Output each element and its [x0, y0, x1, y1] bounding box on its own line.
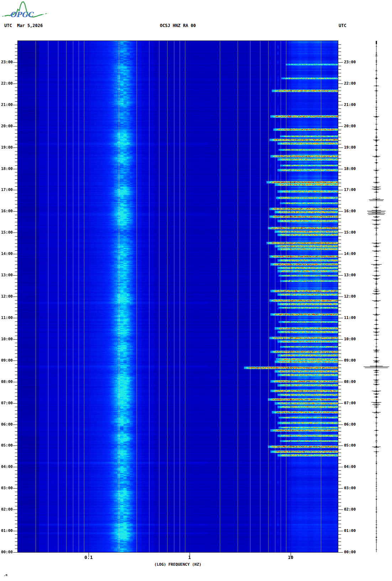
right-minor-tick [338, 229, 341, 229]
right-minor-tick [338, 520, 341, 521]
right-major-tick [338, 190, 343, 190]
left-minor-tick [15, 506, 18, 506]
left-major-tick [13, 339, 18, 340]
right-minor-tick [338, 158, 341, 159]
left-minor-tick [15, 144, 18, 144]
page-title: OCSJ HNZ RA 00 [18, 23, 338, 28]
right-minor-tick [338, 48, 341, 48]
left-minor-tick [15, 261, 18, 261]
left-minor-tick [15, 250, 18, 251]
right-minor-tick [338, 336, 341, 336]
right-minor-tick [338, 265, 341, 265]
right-minor-tick [338, 201, 341, 201]
gridline-minor [119, 41, 119, 552]
left-minor-tick [15, 133, 18, 134]
seismogram-canvas [357, 41, 392, 552]
left-minor-tick [15, 300, 18, 300]
right-minor-tick [338, 499, 341, 499]
right-minor-tick [338, 69, 341, 70]
left-minor-tick [15, 172, 18, 172]
left-minor-tick [15, 325, 18, 325]
right-minor-tick [338, 329, 341, 329]
right-major-tick [338, 510, 343, 510]
right-minor-tick [338, 268, 341, 268]
right-minor-tick [338, 236, 341, 236]
right-minor-tick [338, 485, 341, 485]
left-major-tick [13, 297, 18, 297]
gridline-minor [250, 41, 250, 552]
left-minor-tick [15, 208, 18, 208]
right-minor-tick [338, 101, 341, 102]
left-time-label: 02:00 [0, 507, 13, 512]
logo-dash-right [42, 13, 48, 15]
right-major-tick [338, 211, 343, 212]
left-minor-tick [15, 116, 18, 116]
right-minor-tick [338, 517, 341, 517]
left-minor-tick [15, 393, 18, 393]
gridline-minor [220, 41, 220, 552]
left-time-label: 16:00 [0, 209, 13, 213]
left-minor-tick [15, 44, 18, 45]
left-major-tick [13, 62, 18, 63]
left-minor-tick [15, 485, 18, 485]
left-minor-tick [15, 158, 18, 159]
spectrogram-page: OPGC UTC Mar 5,2026 OCSJ HNZ RA 00 UTC 2… [0, 0, 392, 581]
left-minor-tick [15, 343, 18, 343]
left-minor-tick [15, 357, 18, 357]
left-minor-tick [15, 499, 18, 499]
left-time-label: 08:00 [0, 379, 13, 384]
gridline-minor [167, 41, 168, 552]
left-time-label: 18:00 [0, 166, 13, 171]
right-minor-tick [338, 400, 341, 400]
right-minor-tick [338, 172, 341, 172]
left-minor-tick [15, 534, 18, 535]
right-major-tick [338, 467, 343, 467]
right-major-tick [338, 233, 343, 233]
left-minor-tick [15, 414, 18, 414]
right-minor-tick [338, 289, 341, 290]
left-minor-tick [15, 52, 18, 52]
right-minor-tick [338, 463, 341, 464]
right-minor-tick [338, 534, 341, 535]
left-minor-tick [15, 197, 18, 197]
left-minor-tick [15, 307, 18, 308]
right-minor-tick [338, 343, 341, 343]
left-minor-tick [15, 215, 18, 215]
right-minor-tick [338, 243, 341, 244]
left-minor-tick [15, 94, 18, 95]
gridline-minor [268, 41, 269, 552]
left-major-tick [13, 552, 18, 553]
left-major-tick [13, 84, 18, 84]
right-minor-tick [338, 332, 341, 332]
gridline-minor [281, 41, 281, 552]
right-minor-tick [338, 116, 341, 116]
left-minor-tick [15, 346, 18, 347]
left-minor-tick [15, 478, 18, 478]
right-minor-tick [338, 442, 341, 442]
left-major-tick [13, 403, 18, 404]
right-minor-tick [338, 165, 341, 166]
left-minor-tick [15, 304, 18, 304]
right-major-tick [338, 275, 343, 276]
left-minor-tick [15, 321, 18, 322]
gridline-minor [185, 41, 185, 552]
gridline-minor [79, 41, 79, 552]
left-time-label: 05:00 [0, 443, 13, 448]
left-minor-tick [15, 98, 18, 98]
right-minor-tick [338, 495, 341, 496]
left-time-label: 03:00 [0, 486, 13, 490]
right-minor-tick [338, 282, 341, 283]
right-major-tick [338, 552, 343, 553]
left-minor-tick [15, 69, 18, 70]
left-minor-tick [15, 66, 18, 66]
left-time-label: 06:00 [0, 422, 13, 427]
left-minor-tick [15, 428, 18, 428]
left-minor-tick [15, 204, 18, 204]
right-minor-tick [338, 435, 341, 435]
right-major-tick [338, 84, 343, 84]
right-minor-tick [338, 197, 341, 197]
right-minor-tick [338, 176, 341, 176]
left-time-label: 07:00 [0, 401, 13, 405]
left-minor-tick [15, 442, 18, 442]
right-minor-tick [338, 204, 341, 204]
